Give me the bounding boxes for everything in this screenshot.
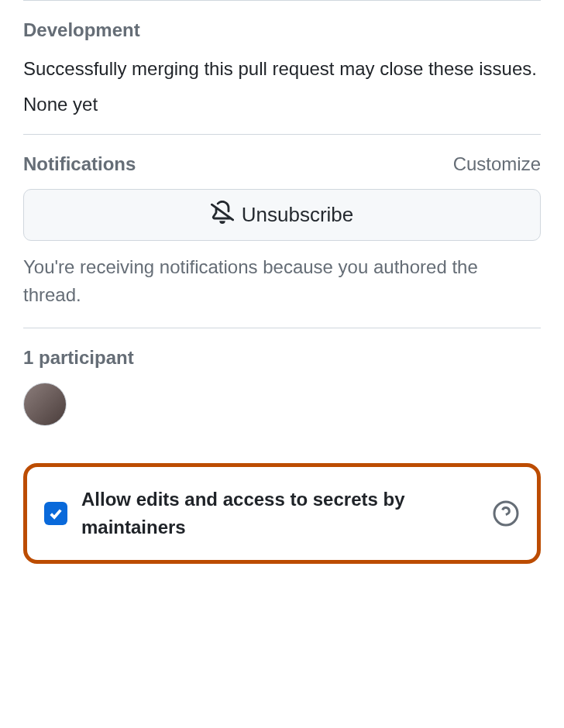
checkbox-wrapper xyxy=(44,502,67,525)
development-description: Successfully merging this pull request m… xyxy=(23,55,541,83)
development-heading: Development xyxy=(23,19,541,41)
question-circle-icon xyxy=(492,500,520,527)
notifications-section: Notifications Customize Unsubscribe You'… xyxy=(23,134,541,328)
bell-slash-icon xyxy=(211,201,234,229)
help-icon[interactable] xyxy=(492,500,520,527)
notifications-heading: Notifications xyxy=(23,153,136,175)
allow-edits-checkbox[interactable] xyxy=(44,502,67,525)
check-icon xyxy=(48,506,64,521)
customize-link[interactable]: Customize xyxy=(453,153,541,175)
participants-heading: 1 participant xyxy=(23,347,541,369)
allow-edits-label: Allow edits and access to secrets by mai… xyxy=(81,486,478,541)
development-section: Development Successfully merging this pu… xyxy=(23,0,541,134)
notification-reason: You're receiving notifications because y… xyxy=(23,253,541,309)
unsubscribe-button[interactable]: Unsubscribe xyxy=(23,189,541,241)
allow-edits-section: Allow edits and access to secrets by mai… xyxy=(23,463,541,564)
avatar[interactable] xyxy=(23,383,67,426)
development-empty: None yet xyxy=(23,94,541,115)
unsubscribe-label: Unsubscribe xyxy=(242,203,354,227)
notifications-header: Notifications Customize xyxy=(23,153,541,175)
participants-section: 1 participant xyxy=(23,328,541,448)
